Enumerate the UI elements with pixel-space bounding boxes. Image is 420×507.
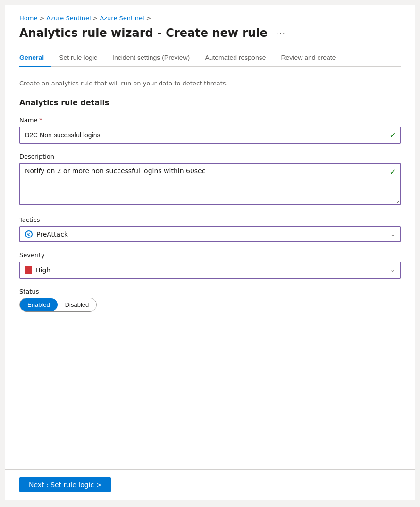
breadcrumb-sep-3: > [146, 15, 151, 22]
breadcrumb-sentinel-1[interactable]: Azure Sentinel [46, 15, 91, 22]
name-input-row: ✓ [19, 127, 401, 144]
severity-field-group: Severity High ⌄ [19, 252, 401, 279]
page-container: Home > Azure Sentinel > Azure Sentinel >… [5, 5, 415, 500]
tab-automated-response[interactable]: Automated response [197, 49, 273, 66]
tab-general[interactable]: General [19, 49, 51, 66]
status-disabled-button[interactable]: Disabled [58, 298, 97, 311]
page-title-row: Analytics rule wizard - Create new rule … [19, 26, 401, 40]
description-check-icon: ✓ [390, 168, 396, 177]
breadcrumb-sentinel-2[interactable]: Azure Sentinel [100, 15, 144, 22]
severity-label: Severity [19, 252, 401, 259]
status-enabled-button[interactable]: Enabled [20, 298, 58, 311]
status-toggle[interactable]: Enabled Disabled [19, 298, 97, 312]
severity-value: High [35, 266, 50, 274]
footer: Next : Set rule logic > [5, 469, 415, 500]
description-label: Description [19, 153, 401, 160]
name-check-icon: ✓ [390, 131, 396, 140]
ellipsis-button[interactable]: ··· [273, 27, 289, 39]
severity-chevron-icon: ⌄ [390, 267, 395, 273]
page-description: Create an analytics rule that will run o… [19, 80, 401, 87]
breadcrumb: Home > Azure Sentinel > Azure Sentinel > [19, 15, 401, 22]
breadcrumb-sep-2: > [93, 15, 98, 22]
breadcrumb-sep-1: > [39, 15, 44, 22]
status-field-group: Status Enabled Disabled [19, 288, 401, 312]
name-required-star: * [39, 117, 42, 124]
severity-dropdown-left: High [25, 266, 50, 274]
tactics-chevron-icon: ⌄ [390, 231, 395, 237]
tab-review-create[interactable]: Review and create [273, 49, 343, 66]
description-input-row: Notify on 2 or more non successful login… [19, 163, 401, 207]
tabs-container: General Set rule logic Incident settings… [19, 49, 401, 67]
tactics-value: PreAttack [36, 230, 68, 238]
main-content: Home > Azure Sentinel > Azure Sentinel >… [5, 5, 415, 368]
tactics-icon: ⊙ [25, 230, 33, 238]
tactics-dropdown[interactable]: ⊙ PreAttack ⌄ [19, 226, 401, 242]
tactics-dropdown-left: ⊙ PreAttack [25, 230, 68, 238]
severity-dropdown[interactable]: High ⌄ [19, 262, 401, 279]
tactics-label: Tactics [19, 216, 401, 223]
name-field-group: Name * ✓ [19, 117, 401, 144]
severity-icon [25, 266, 32, 274]
section-title: Analytics rule details [19, 98, 401, 107]
tactics-field-group: Tactics ⊙ PreAttack ⌄ [19, 216, 401, 242]
tab-set-rule-logic[interactable]: Set rule logic [51, 49, 105, 66]
page-title: Analytics rule wizard - Create new rule [19, 26, 268, 40]
breadcrumb-home[interactable]: Home [19, 15, 37, 22]
tab-incident-settings[interactable]: Incident settings (Preview) [105, 49, 197, 66]
name-label: Name * [19, 117, 401, 124]
status-label: Status [19, 288, 401, 295]
next-button[interactable]: Next : Set rule logic > [19, 477, 111, 492]
description-field-group: Description Notify on 2 or more non succ… [19, 153, 401, 207]
description-textarea[interactable]: Notify on 2 or more non successful login… [19, 163, 401, 205]
name-input[interactable] [19, 127, 401, 144]
